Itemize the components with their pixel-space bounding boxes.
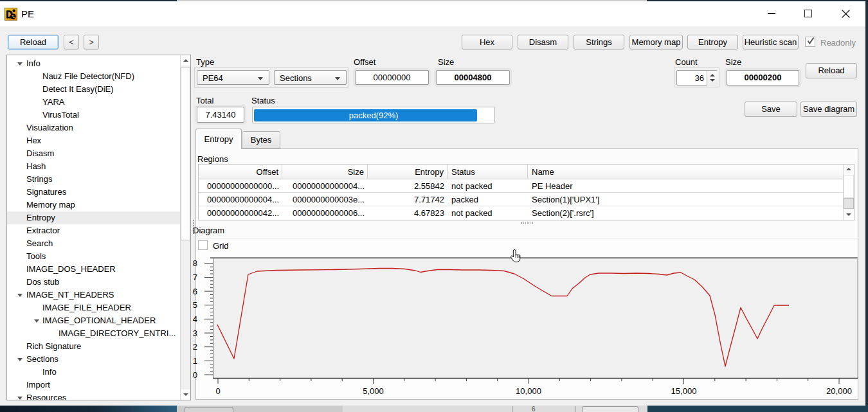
svg-text:6: 6: [193, 287, 197, 296]
svg-text:1: 1: [193, 356, 197, 366]
svg-text:7: 7: [193, 273, 197, 282]
svg-text:0: 0: [215, 386, 220, 396]
svg-text:10,000: 10,000: [516, 386, 541, 396]
svg-text:8: 8: [193, 258, 197, 268]
svg-text:5,000: 5,000: [363, 386, 384, 396]
svg-text:2: 2: [193, 342, 197, 352]
svg-text:3: 3: [193, 328, 197, 338]
svg-text:4: 4: [193, 314, 197, 324]
svg-text:0: 0: [193, 370, 197, 380]
svg-text:20,000: 20,000: [826, 386, 852, 396]
svg-text:15,000: 15,000: [671, 386, 697, 396]
svg-text:5: 5: [193, 300, 197, 310]
